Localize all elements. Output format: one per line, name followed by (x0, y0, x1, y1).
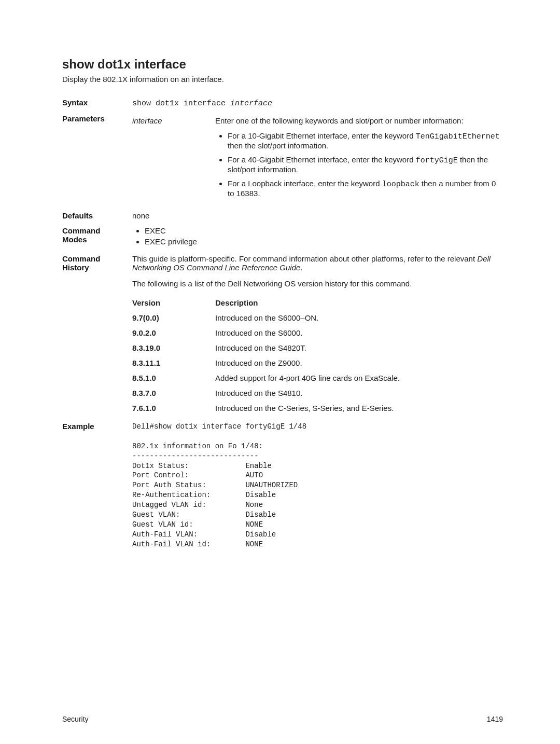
b3-code: loopback (382, 180, 419, 189)
version-cell: 7.6.1.0 (132, 401, 215, 416)
b3-a: For a Loopback interface, enter the keyw… (228, 179, 382, 188)
b2-code: fortyGigE (416, 156, 458, 165)
version-cell: 8.3.7.0 (132, 385, 215, 401)
b1-code: TenGigabitEthernet (416, 132, 500, 141)
version-head: Version (132, 295, 215, 310)
description-head: Description (215, 295, 503, 310)
param-bullet-2: For a 40-Gigabit Ethernet interface, ent… (228, 155, 503, 174)
b2-a: For a 40-Gigabit Ethernet interface, ent… (228, 155, 416, 164)
page-title: show dot1x interface (62, 57, 503, 72)
syntax-code: show dot1x interface (132, 99, 230, 108)
version-row: 9.0.2.0Introduced on the S6000. (132, 325, 503, 340)
version-cell: 8.3.11.1 (132, 355, 215, 370)
desc-cell: Introduced on the S4810. (215, 385, 503, 401)
intro-text: Display the 802.1X information on an int… (62, 75, 503, 84)
param-name: interface (132, 114, 215, 205)
desc-cell: Introduced on the S4820T. (215, 340, 503, 355)
syntax-label: Syntax (62, 95, 132, 111)
param-bullet-3: For a Loopback interface, enter the keyw… (228, 179, 503, 198)
desc-cell: Introduced on the Z9000. (215, 355, 503, 370)
mode-item-2: EXEC privilege (145, 237, 503, 246)
version-cell: 8.5.1.0 (132, 370, 215, 385)
defaults-label: Defaults (62, 208, 132, 223)
modes-label: Command Modes (62, 223, 132, 251)
history-para1: This guide is platform-specific. For com… (132, 254, 503, 272)
param-bullet-1: For a 10-Gigabit Ethernet interface, ent… (228, 131, 503, 150)
hp1-a: This guide is platform-specific. For com… (132, 254, 477, 263)
b1-a: For a 10-Gigabit Ethernet interface, ent… (228, 131, 416, 140)
definition-table: Syntax show dot1x interface interface Pa… (62, 95, 503, 553)
param-bullets: For a 10-Gigabit Ethernet interface, ent… (215, 131, 503, 198)
version-cell: 9.7(0.0) (132, 310, 215, 325)
version-row: 8.5.1.0Added support for 4-port 40G line… (132, 370, 503, 385)
version-row: 8.3.7.0Introduced on the S4810. (132, 385, 503, 401)
version-row: 7.6.1.0Introduced on the C-Series, S-Ser… (132, 401, 503, 416)
b1-b: then the slot/port information. (228, 141, 328, 150)
param-desc-lead: Enter one of the following keywords and … (215, 116, 464, 125)
desc-cell: Added support for 4-port 40G line cards … (215, 370, 503, 385)
version-cell: 9.0.2.0 (132, 325, 215, 340)
version-row: 9.7(0.0)Introduced on the S6000–ON. (132, 310, 503, 325)
version-table: Version Description 9.7(0.0)Introduced o… (132, 295, 503, 416)
version-cell: 8.3.19.0 (132, 340, 215, 355)
history-para2: The following is a list of the Dell Netw… (132, 279, 503, 288)
defaults-value: none (132, 208, 503, 223)
desc-cell: Introduced on the C-Series, S-Series, an… (215, 401, 503, 416)
desc-cell: Introduced on the S6000–ON. (215, 310, 503, 325)
syntax-arg: interface (230, 99, 272, 108)
modes-list: EXEC EXEC privilege (132, 226, 503, 246)
footer-page-number: 1419 (487, 715, 503, 723)
footer-left: Security (62, 715, 89, 723)
page-footer: Security 1419 (62, 715, 503, 723)
parameters-subtable: interface Enter one of the following key… (132, 114, 503, 205)
history-label: Command History (62, 251, 132, 419)
parameters-label: Parameters (62, 111, 132, 208)
syntax-value: show dot1x interface interface (132, 95, 503, 111)
example-output: Dell#show dot1x interface fortyGigE 1/48… (132, 422, 503, 549)
example-label: Example (62, 419, 132, 553)
hp1-b: . (300, 263, 302, 272)
version-row: 8.3.19.0Introduced on the S4820T. (132, 340, 503, 355)
version-row: 8.3.11.1Introduced on the Z9000. (132, 355, 503, 370)
mode-item-1: EXEC (145, 226, 503, 235)
desc-cell: Introduced on the S6000. (215, 325, 503, 340)
